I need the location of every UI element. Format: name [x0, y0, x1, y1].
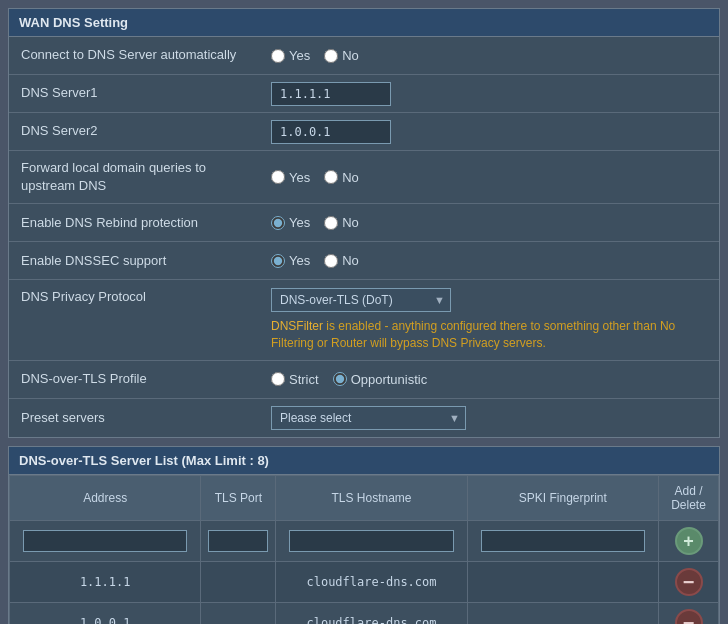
dns-server1-label: DNS Server1: [9, 76, 259, 110]
dnssec-no-radio[interactable]: [324, 254, 338, 268]
row1-tls-port-cell: [201, 561, 276, 602]
forward-local-radio-group: Yes No: [271, 170, 359, 185]
forward-local-no-text: No: [342, 170, 359, 185]
rebind-yes-radio[interactable]: [271, 216, 285, 230]
privacy-protocol-select-wrapper: DNS-over-TLS (DoT) DNS-over-HTTPS (DoH) …: [271, 288, 451, 312]
preset-servers-label: Preset servers: [9, 401, 259, 435]
dnssec-no-text: No: [342, 253, 359, 268]
dot-profile-opportunistic-text: Opportunistic: [351, 372, 428, 387]
privacy-protocol-control: DNS-over-TLS (DoT) DNS-over-HTTPS (DoH) …: [259, 280, 719, 360]
preset-servers-row: Preset servers Please select Cloudflare …: [9, 399, 719, 437]
connect-auto-yes-text: Yes: [289, 48, 310, 63]
dns-warning-body: is enabled - anything configured there t…: [271, 319, 675, 350]
table-row-input: +: [10, 520, 719, 561]
dnsfilter-link[interactable]: DNSFilter: [271, 319, 323, 333]
table-row-2: 1.0.0.1 cloudflare-dns.com −: [10, 602, 719, 624]
forward-local-row: Forward local domain queries to upstream…: [9, 151, 719, 204]
preset-servers-select[interactable]: Please select Cloudflare Google Custom: [271, 406, 466, 430]
dnssec-control: Yes No: [259, 247, 719, 274]
connect-auto-no-label[interactable]: No: [324, 48, 359, 63]
rebind-radio-group: Yes No: [271, 215, 359, 230]
dnssec-label: Enable DNSSEC support: [9, 244, 259, 278]
connect-auto-no-radio[interactable]: [324, 49, 338, 63]
row2-address-cell: 1.0.0.1: [10, 602, 201, 624]
connect-auto-radio-group: Yes No: [271, 48, 359, 63]
wan-dns-title: WAN DNS Setting: [9, 9, 719, 37]
delete-row-2-button[interactable]: −: [675, 609, 703, 624]
dns-warning-text: DNSFilter is enabled - anything configur…: [271, 318, 707, 352]
input-tls-hostname-cell: [276, 520, 467, 561]
col-tls-port-header: TLS Port: [201, 475, 276, 520]
input-tls-port-field[interactable]: [208, 530, 268, 552]
dot-profile-radio-group: Strict Opportunistic: [271, 372, 427, 387]
dot-profile-opportunistic-radio[interactable]: [333, 372, 347, 386]
add-row-button[interactable]: +: [675, 527, 703, 555]
rebind-no-radio[interactable]: [324, 216, 338, 230]
delete-row-1-button[interactable]: −: [675, 568, 703, 596]
forward-local-yes-text: Yes: [289, 170, 310, 185]
connect-auto-row: Connect to DNS Server automatically Yes …: [9, 37, 719, 75]
rebind-control: Yes No: [259, 209, 719, 236]
dns-server1-row: DNS Server1: [9, 75, 719, 113]
connect-auto-yes-label[interactable]: Yes: [271, 48, 310, 63]
dot-profile-row: DNS-over-TLS Profile Strict Opportunisti…: [9, 361, 719, 399]
row1-address-cell: 1.1.1.1: [10, 561, 201, 602]
dns-server2-row: DNS Server2: [9, 113, 719, 151]
rebind-no-text: No: [342, 215, 359, 230]
dot-profile-strict-label[interactable]: Strict: [271, 372, 319, 387]
input-address-cell: [10, 520, 201, 561]
tls-server-list-panel: DNS-over-TLS Server List (Max Limit : 8)…: [8, 446, 720, 624]
preset-servers-select-wrapper: Please select Cloudflare Google Custom ▼: [271, 406, 466, 430]
input-spki-cell: [467, 520, 658, 561]
dnssec-yes-label[interactable]: Yes: [271, 253, 310, 268]
forward-local-yes-radio[interactable]: [271, 170, 285, 184]
wan-dns-form: Connect to DNS Server automatically Yes …: [9, 37, 719, 437]
row2-delete-cell: −: [659, 602, 719, 624]
dot-profile-opportunistic-label[interactable]: Opportunistic: [333, 372, 428, 387]
table-header-row: Address TLS Port TLS Hostname SPKI Finge…: [10, 475, 719, 520]
forward-local-yes-label[interactable]: Yes: [271, 170, 310, 185]
row2-tls-port-cell: [201, 602, 276, 624]
rebind-label: Enable DNS Rebind protection: [9, 206, 259, 240]
privacy-protocol-label: DNS Privacy Protocol: [9, 280, 259, 314]
preset-servers-control: Please select Cloudflare Google Custom ▼: [259, 400, 719, 436]
input-address-field[interactable]: [23, 530, 187, 552]
dnssec-no-label[interactable]: No: [324, 253, 359, 268]
input-tls-port-cell: [201, 520, 276, 561]
forward-local-control: Yes No: [259, 164, 719, 191]
rebind-yes-text: Yes: [289, 215, 310, 230]
row1-spki-cell: [467, 561, 658, 602]
dot-profile-strict-radio[interactable]: [271, 372, 285, 386]
col-tls-hostname-header: TLS Hostname: [276, 475, 467, 520]
privacy-protocol-row: DNS Privacy Protocol DNS-over-TLS (DoT) …: [9, 280, 719, 361]
dns-server1-input[interactable]: [271, 82, 391, 106]
dnssec-row: Enable DNSSEC support Yes No: [9, 242, 719, 280]
dot-profile-label: DNS-over-TLS Profile: [9, 362, 259, 396]
dot-profile-control: Strict Opportunistic: [259, 366, 719, 393]
forward-local-no-label[interactable]: No: [324, 170, 359, 185]
dnssec-yes-text: Yes: [289, 253, 310, 268]
forward-local-no-radio[interactable]: [324, 170, 338, 184]
forward-local-label: Forward local domain queries to upstream…: [9, 151, 259, 203]
wan-dns-panel: WAN DNS Setting Connect to DNS Server au…: [8, 8, 720, 438]
connect-auto-no-text: No: [342, 48, 359, 63]
rebind-no-label[interactable]: No: [324, 215, 359, 230]
dns-server2-control: [259, 114, 719, 150]
input-tls-hostname-field[interactable]: [289, 530, 453, 552]
col-address-header: Address: [10, 475, 201, 520]
col-add-delete-header: Add / Delete: [659, 475, 719, 520]
row1-tls-hostname-cell: cloudflare-dns.com: [276, 561, 467, 602]
row2-spki-cell: [467, 602, 658, 624]
dns-server2-input[interactable]: [271, 120, 391, 144]
dnssec-radio-group: Yes No: [271, 253, 359, 268]
table-body: + 1.1.1.1 cloudflare-dns.com − 1.0.0.1 c…: [10, 520, 719, 624]
dnssec-yes-radio[interactable]: [271, 254, 285, 268]
row2-tls-hostname-cell: cloudflare-dns.com: [276, 602, 467, 624]
rebind-row: Enable DNS Rebind protection Yes No: [9, 204, 719, 242]
connect-auto-yes-radio[interactable]: [271, 49, 285, 63]
rebind-yes-label[interactable]: Yes: [271, 215, 310, 230]
tls-table-title: DNS-over-TLS Server List (Max Limit : 8): [9, 447, 719, 475]
input-spki-field[interactable]: [481, 530, 645, 552]
privacy-protocol-select[interactable]: DNS-over-TLS (DoT) DNS-over-HTTPS (DoH) …: [271, 288, 451, 312]
dot-profile-strict-text: Strict: [289, 372, 319, 387]
